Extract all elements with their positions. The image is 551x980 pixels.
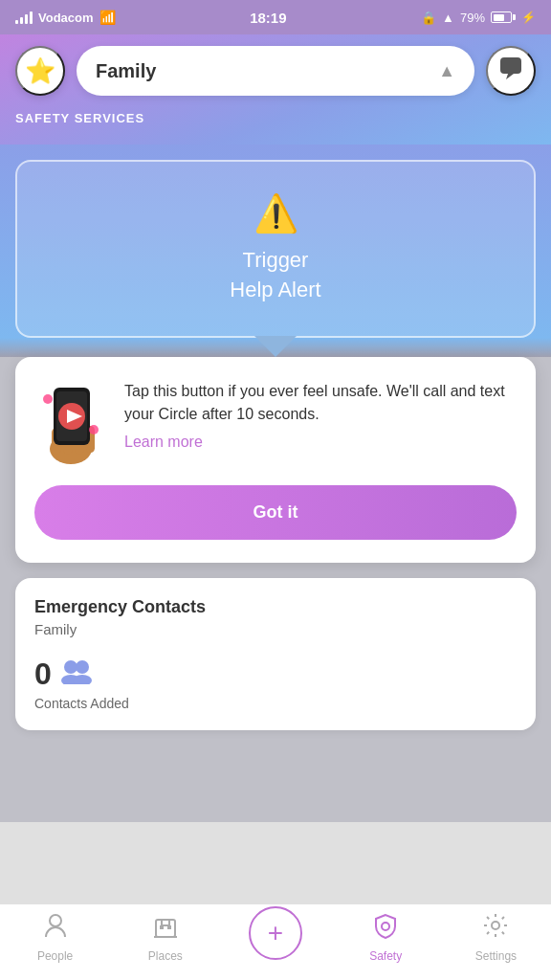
svg-point-12 (89, 425, 99, 434)
carrier-label: Vodacom (38, 11, 94, 25)
circle-selector[interactable]: Family ▲ (77, 46, 474, 96)
battery-label: 79% (460, 11, 485, 25)
svg-marker-1 (506, 74, 514, 79)
nav-item-add[interactable]: + (220, 916, 330, 960)
tooltip-content: Tap this button if you ever feel unsafe.… (34, 380, 517, 466)
warning-icon: ⚠️ (33, 192, 518, 234)
svg-point-24 (492, 922, 499, 929)
tooltip-main-text: Tap this button if you ever feel unsafe.… (124, 380, 517, 426)
emergency-contacts-subtitle: Family (34, 621, 517, 637)
bottom-nav: People Places + Safety (0, 903, 551, 980)
people-icon (42, 912, 69, 946)
charging-icon: ⚡ (521, 11, 536, 24)
nav-label-safety: Safety (369, 949, 402, 963)
status-time: 18:19 (250, 10, 286, 26)
signal-icon (15, 11, 33, 24)
contacts-count: 0 (34, 657, 52, 692)
emergency-contacts-title: Emergency Contacts (34, 597, 517, 617)
tooltip-text-block: Tap this button if you ever feel unsafe.… (124, 380, 517, 451)
emergency-contacts-card: Emergency Contacts Family 0 Contacts Add… (15, 578, 536, 730)
phone-hand-illustration (34, 380, 111, 466)
svg-rect-18 (156, 920, 175, 937)
contacts-icon (61, 657, 92, 690)
contacts-added-label: Contacts Added (34, 696, 517, 711)
trigger-help-alert-card[interactable]: ⚠️ Trigger Help Alert (15, 160, 536, 338)
nav-label-settings: Settings (475, 949, 517, 963)
svg-point-23 (382, 923, 389, 930)
status-left: Vodacom 📶 (15, 10, 116, 25)
star-icon: ⭐ (25, 56, 55, 86)
header-row: ⭐ Family ▲ (15, 46, 536, 96)
main-gradient-section: ⚠️ Trigger Help Alert (0, 145, 551, 338)
status-right: 🔒 ▲ 79% ⚡ (421, 11, 536, 25)
header: ⭐ Family ▲ SAFETY SERVICES (0, 34, 551, 145)
arrow-pointer-wrapper (0, 338, 551, 357)
svg-rect-21 (162, 920, 169, 925)
nav-item-people[interactable]: People (0, 912, 110, 963)
svg-point-11 (43, 394, 53, 404)
contacts-count-row: 0 (34, 657, 517, 692)
battery-icon (491, 11, 516, 23)
circle-name: Family (96, 60, 156, 82)
favorites-button[interactable]: ⭐ (15, 46, 65, 96)
svg-point-17 (50, 915, 61, 926)
location-icon: ▲ (442, 11, 454, 25)
nav-item-places[interactable]: Places (110, 912, 220, 963)
add-button[interactable]: + (249, 906, 302, 960)
nav-item-settings[interactable]: Settings (441, 912, 551, 963)
safety-icon (372, 912, 399, 946)
nav-label-people: People (37, 949, 73, 963)
svg-point-13 (64, 660, 77, 674)
status-bar: Vodacom 📶 18:19 🔒 ▲ 79% ⚡ (0, 0, 551, 34)
safety-services-label: SAFETY SERVICES (15, 111, 536, 125)
svg-point-14 (76, 660, 89, 674)
chat-button[interactable] (486, 46, 536, 96)
trigger-subtitle: Help Alert (33, 276, 518, 305)
learn-more-link[interactable]: Learn more (124, 434, 203, 450)
arrow-down-icon (254, 336, 297, 357)
wifi-icon: 📶 (99, 10, 116, 25)
gray-section: Tap this button if you ever feel unsafe.… (0, 357, 551, 822)
nav-item-safety[interactable]: Safety (331, 912, 441, 963)
lock-icon: 🔒 (421, 11, 436, 25)
plus-icon: + (268, 920, 283, 947)
svg-rect-0 (500, 57, 521, 74)
got-it-button[interactable]: Got it (34, 485, 517, 540)
settings-icon (482, 912, 509, 946)
places-icon (152, 912, 179, 946)
chat-icon (498, 56, 523, 86)
nav-label-places: Places (148, 949, 183, 963)
tooltip-card: Tap this button if you ever feel unsafe.… (15, 357, 536, 563)
trigger-title: Trigger (33, 246, 518, 276)
chevron-up-icon: ▲ (438, 61, 455, 81)
